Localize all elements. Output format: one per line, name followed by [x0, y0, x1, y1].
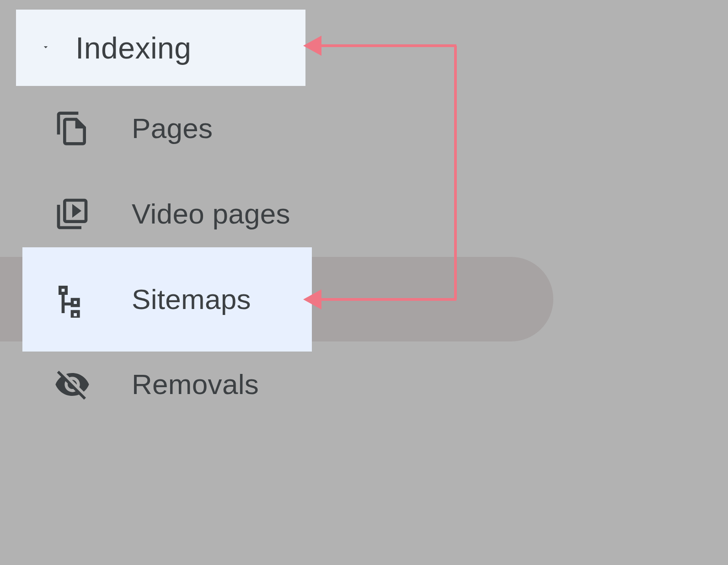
- nav-label: Video pages: [132, 197, 290, 230]
- nav-label: Removals: [132, 368, 259, 400]
- sitemaps-icon: [54, 281, 91, 318]
- sidebar-section-indexing[interactable]: Indexing: [16, 10, 305, 86]
- arrow-line: [320, 44, 456, 47]
- sidebar-item-video-pages[interactable]: Video pages: [0, 171, 311, 256]
- sidebar-item-pages[interactable]: Pages: [0, 86, 311, 171]
- section-title: Indexing: [75, 31, 192, 65]
- sidebar-item-sitemaps[interactable]: Sitemaps: [0, 257, 553, 341]
- nav-label: Sitemaps: [132, 283, 251, 315]
- arrowhead-icon: [303, 36, 321, 56]
- caret-down-icon: [39, 43, 53, 53]
- visibility-off-icon: [54, 366, 91, 403]
- sidebar-item-removals[interactable]: Removals: [0, 342, 311, 426]
- sidebar-navigation: Indexing Pages Video pages Sitemaps Remo…: [0, 0, 728, 565]
- video-pages-icon: [54, 196, 91, 232]
- nav-label: Pages: [132, 112, 213, 144]
- pages-icon: [54, 110, 91, 147]
